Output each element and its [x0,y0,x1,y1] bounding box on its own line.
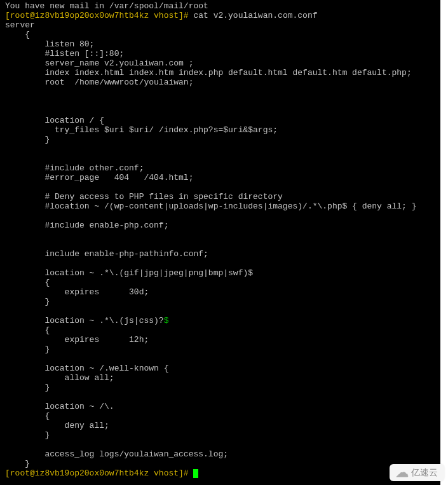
terminal-line: expires 30d; [5,287,435,297]
terminal-line: access_log logs/youlaiwan_access.log; [5,449,435,459]
terminal-line [5,392,435,402]
terminal-line: listen 80; [5,39,435,49]
cloud-icon: ☁ [396,468,409,477]
terminal-line: } [5,345,435,354]
shell-prompt: [root@iz8vb19op20ox0ow7htb4kz vhost]# [5,11,193,20]
terminal-line: { [5,325,435,335]
terminal-line [5,106,435,116]
terminal-line [5,211,435,221]
terminal-line: [root@iz8vb19op20ox0ow7htb4kz vhost]# ca… [5,11,435,20]
terminal-line [5,354,435,364]
terminal-line: location ~ .*\.(js|css)?$ [5,316,435,325]
terminal-line [5,240,435,249]
shell-prompt: [root@iz8vb19op20ox0ow7htb4kz vhost]# [5,468,193,478]
terminal-line: try_files $uri $uri/ /index.php?s=$uri&$… [5,125,435,135]
terminal-line [5,144,435,154]
terminal-text: location ~ .*\.(js|css)? [5,316,164,325]
terminal-line: { [5,411,435,421]
terminal-line: location / { [5,116,435,125]
terminal-line [5,230,435,240]
terminal-line: root /home/wwwroot/youlaiwan; [5,78,435,87]
terminal-line: expires 12h; [5,335,435,345]
terminal-line: # Deny access to PHP files in specific d… [5,192,435,202]
terminal-text: $ [164,316,169,325]
terminal-line: } [5,135,435,144]
terminal-line: } [5,430,435,440]
terminal-line: server [5,20,435,30]
shell-command: cat v2.youlaiwan.com.conf [193,11,317,20]
terminal-line: #include other.conf; [5,163,435,173]
terminal-line [5,97,435,106]
terminal-window[interactable]: You have new mail in /var/spool/mail/roo… [0,0,440,485]
terminal-line: location ~ /.well-known { [5,364,435,373]
watermark-badge: ☁ 亿速云 [390,464,444,481]
terminal-line [5,440,435,449]
terminal-line: } [5,383,435,392]
terminal-line [5,259,435,268]
terminal-line: } [5,297,435,306]
terminal-line: location ~ .*\.(gif|jpg|jpeg|png|bmp|swf… [5,268,435,278]
terminal-line: #location ~ /(wp-content|uploads|wp-incl… [5,202,435,211]
terminal-line: } [5,459,435,468]
terminal-line: deny all; [5,421,435,430]
terminal-line: #listen [::]:80; [5,49,435,58]
terminal-line: include enable-php-pathinfo.conf; [5,249,435,259]
terminal-line: { [5,30,435,39]
terminal-line: #error_page 404 /404.html; [5,173,435,182]
watermark-text: 亿速云 [411,468,438,477]
terminal-line [5,306,435,316]
cursor-block [193,469,198,478]
terminal-line: You have new mail in /var/spool/mail/roo… [5,1,435,11]
terminal-line: { [5,278,435,287]
terminal-line: #include enable-php.conf; [5,221,435,230]
terminal-line: allow all; [5,373,435,383]
terminal-line [5,154,435,163]
terminal-line: [root@iz8vb19op20ox0ow7htb4kz vhost]# [5,468,435,478]
terminal-line [5,182,435,192]
terminal-line: server_name v2.youlaiwan.com ; [5,58,435,68]
terminal-line [5,87,435,97]
terminal-line: index index.html index.htm index.php def… [5,68,435,78]
terminal-line: location ~ /\. [5,402,435,411]
